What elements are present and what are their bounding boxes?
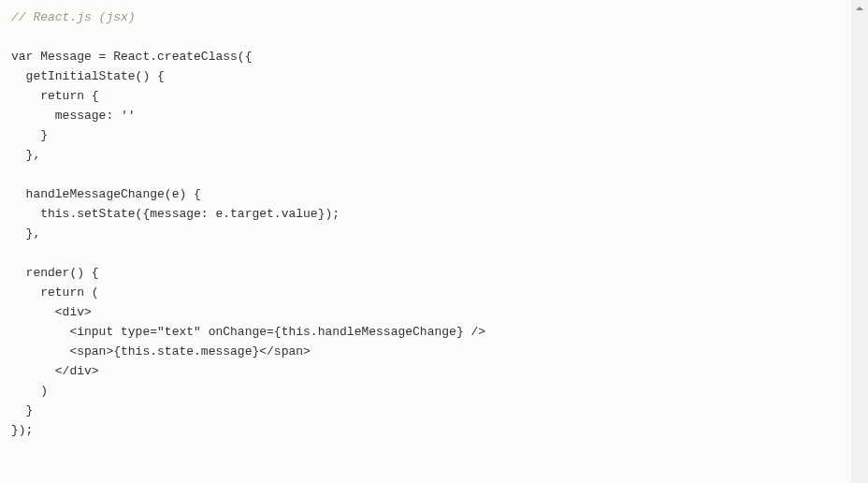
code-line-12: }, — [11, 227, 40, 241]
scrollbar-track[interactable] — [851, 0, 868, 483]
code-line-16: <div> — [11, 305, 92, 319]
code-line-18: <span>{this.state.message}</span> — [11, 344, 311, 359]
code-line-6: message: '' — [11, 109, 136, 123]
code-line-17: <input type="text" onChange={this.handle… — [11, 325, 485, 339]
code-line-5: return { — [11, 89, 99, 103]
code-line-1: // React.js (jsx) — [11, 10, 136, 24]
code-line-8: }, — [11, 148, 40, 162]
code-block: // React.js (jsx) var Message = React.cr… — [0, 0, 851, 483]
code-line-19: </div> — [11, 364, 99, 378]
code-line-15: return ( — [11, 285, 99, 300]
code-line-21: } — [11, 403, 33, 417]
code-line-22: }); — [11, 423, 33, 437]
code-line-20: ) — [11, 384, 48, 398]
code-line-11: this.setState({message: e.target.value})… — [11, 207, 340, 221]
code-line-4: getInitialState() { — [11, 69, 165, 83]
scrollbar-up-button[interactable] — [851, 0, 868, 17]
code-line-7: } — [11, 128, 48, 142]
code-line-14: render() { — [11, 266, 99, 280]
code-line-10: handleMessageChange(e) { — [11, 187, 201, 201]
code-line-3: var Message = React.createClass({ — [11, 50, 252, 64]
